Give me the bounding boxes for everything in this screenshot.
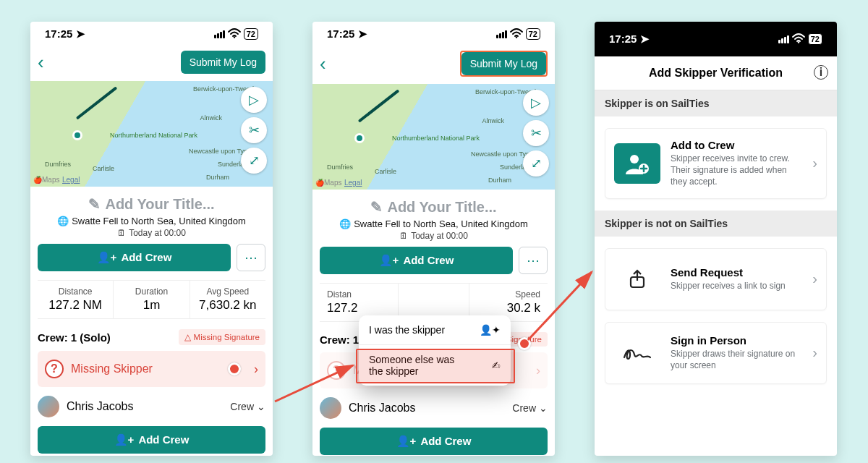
route-label: 🌐Swatte Fell to North Sea, United Kingdo… bbox=[320, 218, 548, 229]
annotation-dot bbox=[228, 362, 241, 375]
chevron-right-icon: › bbox=[254, 362, 258, 377]
more-button[interactable]: ⋯ bbox=[237, 244, 265, 271]
annotation-highlight bbox=[356, 349, 515, 383]
phone-skipper-popup: 17:25 ➤ 72 ‹ Submit My Log Berwick-upon-… bbox=[312, 22, 555, 456]
track-start-icon bbox=[72, 130, 82, 140]
phone-verification-sheet: 17:25 ➤ 72 Add Skipper Verification i Sk… bbox=[595, 22, 837, 456]
share-icon bbox=[614, 259, 660, 300]
track-line bbox=[76, 86, 118, 119]
add-crew-button-bottom[interactable]: 👤+Add Crew bbox=[320, 428, 548, 455]
nav-bar: ‹ Submit My Log bbox=[312, 46, 555, 84]
location-icon: ➤ bbox=[76, 27, 85, 40]
more-button[interactable]: ⋯ bbox=[519, 247, 548, 274]
chevron-down-icon: ⌄ bbox=[257, 401, 265, 412]
battery-icon: 72 bbox=[244, 28, 258, 40]
cellular-icon bbox=[778, 35, 789, 43]
calendar-icon: 🗓 bbox=[117, 228, 126, 238]
add-crew-button[interactable]: 👤+Add Crew bbox=[38, 244, 231, 271]
info-button[interactable]: i bbox=[814, 65, 828, 80]
chevron-right-icon: › bbox=[812, 271, 817, 287]
add-crew-button[interactable]: 👤+Add Crew bbox=[320, 247, 513, 274]
expand-button[interactable]: ⤢ bbox=[241, 148, 267, 174]
location-icon: ➤ bbox=[640, 33, 650, 45]
wifi-icon bbox=[510, 28, 523, 41]
cellular-icon bbox=[214, 30, 225, 38]
date-label: 🗓Today at 00:00 bbox=[38, 228, 265, 238]
globe-icon: 🌐 bbox=[339, 218, 351, 229]
annotation-dot bbox=[518, 337, 531, 350]
question-icon: ? bbox=[45, 360, 64, 378]
missing-signature-badge: △Missing Signature bbox=[179, 329, 265, 345]
status-time: 17:25 ➤ bbox=[327, 27, 367, 41]
crew-header: Crew: 1 (Solo) bbox=[38, 331, 111, 344]
back-button[interactable]: ‹ bbox=[38, 51, 44, 74]
avatar bbox=[38, 396, 59, 417]
submit-log-button[interactable]: Submit My Log bbox=[461, 52, 546, 75]
nav-bar: ‹ Submit My Log bbox=[30, 46, 273, 81]
avatar bbox=[320, 397, 341, 419]
sheet-header: Add Skipper Verification i bbox=[595, 56, 837, 90]
status-bar: 17:25 ➤ 72 bbox=[30, 22, 273, 46]
globe-icon: 🌐 bbox=[57, 216, 69, 226]
missing-skipper-row[interactable]: ?Missing Skipper › bbox=[38, 351, 265, 387]
crew-member-row[interactable]: Chris Jacobs Crew⌄ bbox=[312, 388, 555, 428]
play-button[interactable]: ▷ bbox=[523, 90, 549, 116]
card-sign-in-person[interactable]: Sign in PersonSkipper draws their signat… bbox=[605, 322, 827, 384]
add-person-icon: 👤+ bbox=[396, 435, 417, 448]
phone-log-detail: 17:25 ➤ 72 ‹ Submit My Log Berwick-upon-… bbox=[30, 22, 273, 456]
cellular-icon bbox=[496, 30, 507, 38]
add-person-icon: 👤+ bbox=[114, 433, 135, 446]
self-icon: 👤✦ bbox=[480, 324, 501, 336]
trim-button[interactable]: ✂ bbox=[523, 120, 549, 146]
back-button[interactable]: ‹ bbox=[320, 53, 326, 75]
pencil-icon: ✎ bbox=[88, 195, 101, 213]
map-legal-link[interactable]: Legal bbox=[62, 176, 80, 184]
option-i-was-skipper[interactable]: I was the skipper 👤✦ bbox=[359, 315, 511, 344]
wifi-icon bbox=[792, 33, 805, 46]
question-icon: ? bbox=[327, 361, 346, 380]
title-input[interactable]: ✎Add Your Title... bbox=[370, 198, 496, 216]
add-person-icon bbox=[614, 143, 660, 184]
card-add-to-crew[interactable]: Add to CrewSkipper receives invite to cr… bbox=[605, 128, 827, 199]
add-crew-button-bottom[interactable]: 👤+Add Crew bbox=[38, 426, 265, 454]
status-time: 17:25 ➤ bbox=[609, 33, 650, 46]
status-bar: 17:25 ➤ 72 bbox=[595, 22, 837, 56]
status-bar: 17:25 ➤ 72 bbox=[312, 22, 555, 46]
track-start-icon bbox=[354, 133, 365, 143]
map-attribution: 🍎Maps bbox=[33, 176, 59, 184]
chevron-right-icon: › bbox=[812, 155, 817, 171]
submit-log-button[interactable]: Submit My Log bbox=[181, 51, 265, 74]
add-person-icon: 👤+ bbox=[379, 254, 399, 267]
add-person-icon: 👤+ bbox=[97, 251, 117, 264]
expand-button[interactable]: ⤢ bbox=[523, 150, 549, 177]
svg-point-3 bbox=[630, 155, 639, 163]
map-legal-link[interactable]: Legal bbox=[344, 179, 362, 187]
section-on-sailties: Skipper is on SailTies bbox=[595, 90, 837, 116]
title-input[interactable]: ✎Add Your Title... bbox=[88, 195, 214, 213]
chevron-down-icon: ⌄ bbox=[539, 402, 548, 414]
map-attribution: 🍎Maps bbox=[315, 179, 341, 187]
map-view[interactable]: Berwick-upon-Tweed Alnwick Northumberlan… bbox=[30, 81, 273, 187]
pencil-icon: ✎ bbox=[370, 198, 383, 216]
svg-point-1 bbox=[516, 36, 517, 38]
signature-icon bbox=[614, 333, 660, 373]
svg-point-2 bbox=[798, 41, 799, 43]
chevron-right-icon: › bbox=[536, 363, 540, 378]
route-label: 🌐Swatte Fell to North Sea, United Kingdo… bbox=[38, 216, 265, 226]
card-send-request[interactable]: Send RequestSkipper receives a link to s… bbox=[605, 248, 827, 310]
battery-icon: 72 bbox=[526, 28, 540, 40]
section-not-on-sailties: Skipper is not on SailTies bbox=[595, 211, 837, 237]
stats-row: Distance127.2 NM Duration1m Avg Speed7,6… bbox=[38, 280, 265, 319]
warning-icon: △ bbox=[184, 332, 191, 342]
calendar-icon: 🗓 bbox=[399, 231, 408, 241]
map-view[interactable]: Berwick-upon-Tweed Alnwick Northumberlan… bbox=[312, 84, 555, 190]
wifi-icon bbox=[228, 28, 241, 41]
trim-button[interactable]: ✂ bbox=[241, 117, 267, 143]
chevron-right-icon: › bbox=[812, 344, 817, 361]
play-button[interactable]: ▷ bbox=[241, 87, 267, 113]
dynamic-island bbox=[681, 29, 746, 46]
submit-highlight: Submit My Log bbox=[460, 51, 548, 77]
location-icon: ➤ bbox=[358, 27, 367, 40]
track-line bbox=[358, 89, 400, 122]
crew-member-row[interactable]: Chris Jacobs Crew⌄ bbox=[30, 387, 273, 426]
